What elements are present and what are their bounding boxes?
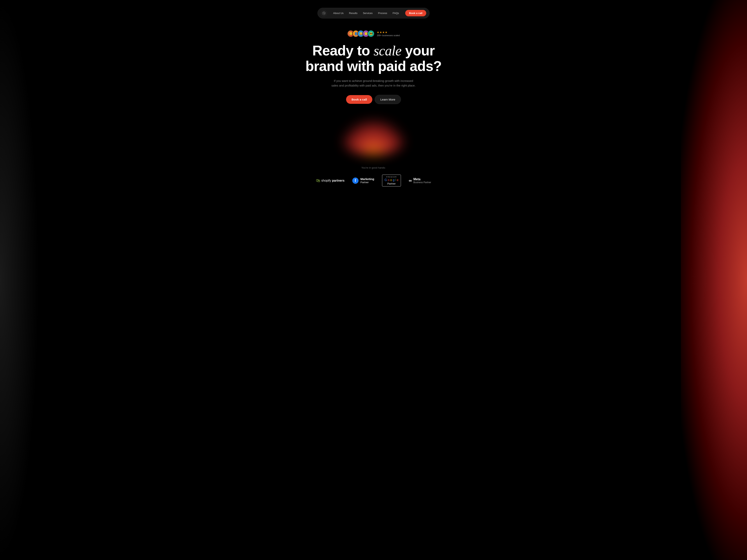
nav-book-call-button[interactable]: Book a call xyxy=(405,10,427,16)
social-proof: 😊 👤 😄 🙂 😎 ★★★★ 200+ businesses scaled xyxy=(347,30,400,37)
heading-line2: brand with paid ads? xyxy=(305,58,442,74)
fb-line2: Partner xyxy=(360,181,374,184)
nav-link-services[interactable]: Services xyxy=(363,12,372,15)
meta-line1: Meta xyxy=(413,177,431,181)
nav-links: About Us Results Services Process FAQs xyxy=(333,12,399,15)
meta-line2: Business Partner xyxy=(413,181,431,184)
nav-link-results[interactable]: Results xyxy=(349,12,357,15)
fb-line1: Marketing xyxy=(360,177,374,181)
facebook-icon: f xyxy=(352,178,359,184)
facebook-text: Marketing Partner xyxy=(360,177,374,184)
heading-part1: Ready to xyxy=(312,43,374,58)
facebook-partner-logo: f Marketing Partner xyxy=(352,177,374,184)
nav-logo xyxy=(321,10,327,16)
glow-orb xyxy=(339,119,408,155)
meta-icon: ∞ xyxy=(409,178,412,183)
learn-more-button[interactable]: Learn More xyxy=(375,95,401,104)
nav-link-faqs[interactable]: FAQs xyxy=(392,12,399,15)
hero-subtext: If you want to achieve ground-breaking g… xyxy=(331,79,416,88)
businesses-scaled-label: 200+ businesses scaled xyxy=(377,34,400,36)
shopify-bag-icon: 🛍 xyxy=(316,178,320,183)
meta-text: Meta Business Partner xyxy=(413,177,431,184)
book-call-button[interactable]: Book a call xyxy=(346,95,372,104)
nav-link-about[interactable]: About Us xyxy=(333,12,343,15)
partners-label: You're in good hands: xyxy=(361,166,386,169)
cta-buttons: Book a call Learn More xyxy=(346,95,401,104)
partners-logos: 🛍 shopify partners f Marketing Partner P… xyxy=(316,175,431,186)
shopify-text: shopify partners xyxy=(321,179,344,182)
heading-italic: scale xyxy=(374,43,402,58)
star-rating: ★★★★ xyxy=(377,31,388,34)
avatar-group: 😊 👤 😄 🙂 😎 xyxy=(347,30,375,37)
glow-orb-container xyxy=(335,116,412,155)
svg-point-1 xyxy=(324,13,324,14)
meta-partner-logo: ∞ Meta Business Partner xyxy=(409,177,431,184)
google-partner-text: Partner xyxy=(387,182,396,185)
navbar: About Us Results Services Process FAQs B… xyxy=(317,8,430,19)
page-wrapper: About Us Results Services Process FAQs B… xyxy=(0,0,747,560)
hero-heading: Ready to scale your brand with paid ads? xyxy=(305,43,442,74)
avatar: 😎 xyxy=(367,30,375,37)
hero-section: 😊 👤 😄 🙂 😎 ★★★★ 200+ businesses scaled xyxy=(302,19,445,116)
partners-section: You're in good hands: 🛍 shopify partners… xyxy=(286,166,461,198)
proof-text: ★★★★ 200+ businesses scaled xyxy=(377,31,400,36)
shopify-partner-logo: 🛍 shopify partners xyxy=(316,178,344,183)
nav-link-process[interactable]: Process xyxy=(378,12,387,15)
google-text: Google xyxy=(385,178,398,182)
heading-part2: your xyxy=(401,43,435,58)
google-premier-label: PREMIER xyxy=(386,176,397,178)
google-partner-logo: PREMIER Google Partner xyxy=(382,175,401,186)
